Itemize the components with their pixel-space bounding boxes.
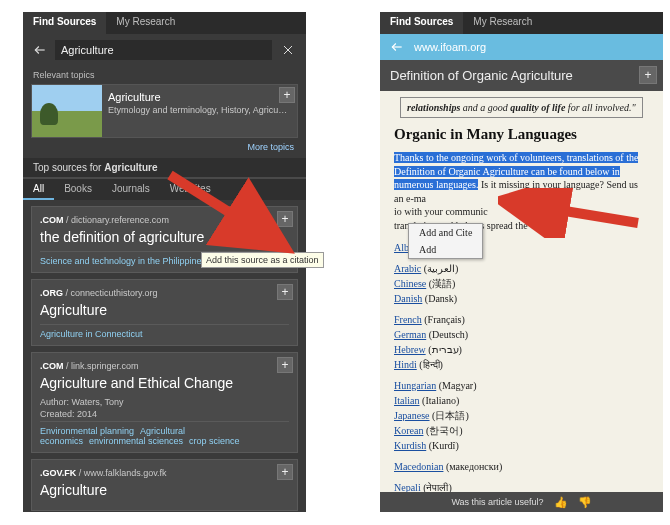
language-link[interactable]: Arabic (394, 263, 421, 274)
language-link[interactable]: Danish (394, 293, 422, 304)
tab-my-research[interactable]: My Research (463, 12, 542, 34)
topic-subtitle: Etymology and terminology, History, Agri… (108, 105, 291, 115)
language-link[interactable]: Macedonian (394, 461, 443, 472)
add-page-button[interactable]: + (639, 66, 657, 84)
add-source-tooltip: Add this source as a citation (201, 252, 324, 268)
source-card[interactable]: .GOV.FK / www.falklands.gov.fk Agricultu… (31, 459, 298, 511)
context-add[interactable]: Add (409, 241, 482, 258)
language-link[interactable]: French (394, 314, 422, 325)
add-source-button[interactable]: + (277, 284, 293, 300)
article-heading: Organic in Many Languages (394, 126, 649, 143)
source-filter-bar: All Books Journals Websites (23, 179, 306, 200)
back-icon[interactable] (31, 41, 49, 59)
relevant-topics-label: Relevant topics (23, 66, 306, 82)
card-tags: Environmental planningAgricultural econo… (40, 421, 289, 446)
card-domain: .COM / dictionary.reference.com (40, 215, 289, 225)
card-tags: Agriculture in Connecticut (40, 324, 289, 339)
filter-books[interactable]: Books (54, 179, 102, 200)
tab-find-sources[interactable]: Find Sources (23, 12, 106, 34)
card-title: Agriculture and Ethical Change (40, 375, 289, 391)
topic-title: Agriculture (108, 91, 291, 103)
back-icon[interactable] (388, 38, 406, 56)
language-link[interactable]: German (394, 329, 426, 340)
thumbs-down-icon[interactable]: 👎 (578, 496, 592, 509)
article-paragraph: Thanks to the ongoing work of volunteers… (394, 151, 649, 232)
topic-card[interactable]: Agriculture Etymology and terminology, H… (31, 84, 298, 138)
language-link[interactable]: Hebrew (394, 344, 426, 355)
context-menu[interactable]: Add and Cite Add (408, 223, 483, 259)
quote-box: relationships and a good quality of life… (400, 97, 643, 118)
source-card[interactable]: .COM / link.springer.com Agriculture and… (31, 352, 298, 453)
card-domain: .COM / link.springer.com (40, 361, 289, 371)
add-source-button[interactable]: + (277, 357, 293, 373)
context-add-and-cite[interactable]: Add and Cite (409, 224, 482, 241)
source-card[interactable]: .ORG / connecticuthistory.org Agricultur… (31, 279, 298, 346)
topic-thumbnail (32, 85, 102, 137)
article-footer: Was this article useful? 👍 👎 (380, 492, 663, 512)
card-domain: .ORG / connecticuthistory.org (40, 288, 289, 298)
add-source-button[interactable]: + (277, 464, 293, 480)
url-text: www.ifoam.org (414, 41, 486, 53)
language-link[interactable]: Kurdish (394, 440, 426, 451)
tab-bar: Find Sources My Research (23, 12, 306, 34)
card-created: Created: 2014 (40, 409, 289, 419)
tab-find-sources[interactable]: Find Sources (380, 12, 463, 34)
language-list: Albanian (Shqip)Arabic (العربية)Chinese … (394, 240, 649, 501)
card-title: Agriculture (40, 302, 289, 318)
thumbs-up-icon[interactable]: 👍 (554, 496, 568, 509)
url-bar: www.ifoam.org (380, 34, 663, 60)
source-reader-pane: Find Sources My Research www.ifoam.org D… (380, 12, 663, 512)
language-link[interactable]: Hungarian (394, 380, 436, 391)
language-link[interactable]: Hindi (394, 359, 417, 370)
article-body[interactable]: relationships and a good quality of life… (380, 91, 663, 501)
language-link[interactable]: Chinese (394, 278, 426, 289)
clear-icon[interactable] (278, 40, 298, 60)
filter-websites[interactable]: Websites (160, 179, 221, 200)
filter-journals[interactable]: Journals (102, 179, 160, 200)
language-link[interactable]: Italian (394, 395, 420, 406)
language-link[interactable]: Korean (394, 425, 423, 436)
tab-bar: Find Sources My Research (380, 12, 663, 34)
filter-all[interactable]: All (23, 179, 54, 200)
card-title: Agriculture (40, 482, 289, 498)
tab-my-research[interactable]: My Research (106, 12, 185, 34)
top-sources-header: Top sources for Agriculture (23, 158, 306, 179)
card-author: Author: Waters, Tony (40, 397, 289, 407)
card-title: the definition of agriculture (40, 229, 289, 245)
add-source-button[interactable]: + (277, 211, 293, 227)
language-link[interactable]: Japanese (394, 410, 430, 421)
search-row (23, 34, 306, 66)
card-domain: .GOV.FK / www.falklands.gov.fk (40, 468, 289, 478)
add-topic-button[interactable]: + (279, 87, 295, 103)
article-title-bar: Definition of Organic Agriculture + (380, 60, 663, 91)
search-input[interactable] (55, 40, 272, 60)
more-topics-link[interactable]: More topics (23, 140, 306, 158)
